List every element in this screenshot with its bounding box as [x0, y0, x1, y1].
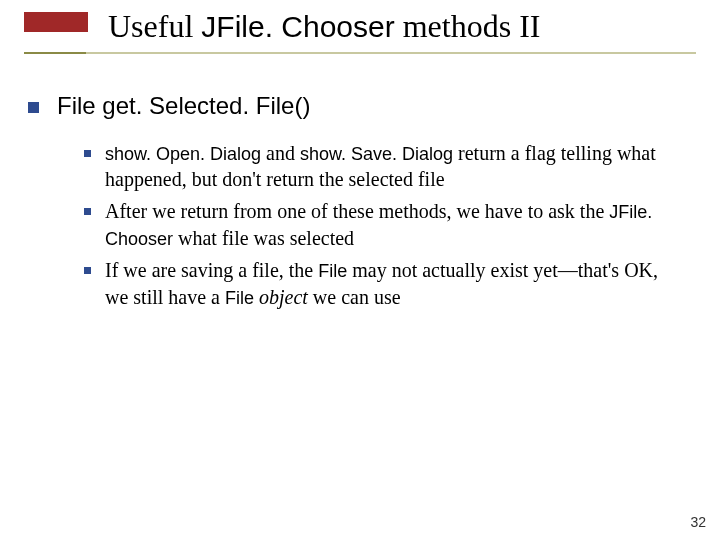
sublist: show. Open. Dialog and show. Save. Dialo… — [84, 140, 696, 310]
square-bullet-icon — [84, 208, 91, 215]
slide-title: Useful JFile. Chooser methods II — [108, 8, 540, 45]
square-bullet-icon — [28, 102, 39, 113]
code-span: show. Open. Dialog — [105, 144, 261, 164]
text-span: and — [261, 142, 300, 164]
title-post: methods II — [395, 8, 541, 44]
title-pre: Useful — [108, 8, 201, 44]
italic-span: object — [254, 286, 308, 308]
title-code: JFile. Chooser — [201, 10, 394, 43]
text-span: After we return from one of these method… — [105, 200, 609, 222]
bullet-text: After we return from one of these method… — [105, 198, 665, 251]
bullet-text: show. Open. Dialog and show. Save. Dialo… — [105, 140, 665, 192]
text-span: we can use — [308, 286, 401, 308]
page-number: 32 — [690, 514, 706, 530]
square-bullet-icon — [84, 267, 91, 274]
code-span: show. Save. Dialog — [300, 144, 453, 164]
bullet-text: If we are saving a file, the File may no… — [105, 257, 665, 310]
title-underline — [24, 52, 696, 54]
text-span: If we are saving a file, the — [105, 259, 318, 281]
code-span: File — [225, 288, 254, 308]
list-item: show. Open. Dialog and show. Save. Dialo… — [84, 140, 696, 192]
text-span: what file was selected — [173, 227, 354, 249]
heading: File get. Selected. File() — [57, 92, 310, 120]
content: File get. Selected. File() show. Open. D… — [28, 92, 696, 316]
list-item: After we return from one of these method… — [84, 198, 696, 251]
accent-bar — [24, 12, 88, 32]
list-item: If we are saving a file, the File may no… — [84, 257, 696, 310]
list-item: File get. Selected. File() — [28, 92, 696, 120]
code-span: File — [318, 261, 347, 281]
square-bullet-icon — [84, 150, 91, 157]
